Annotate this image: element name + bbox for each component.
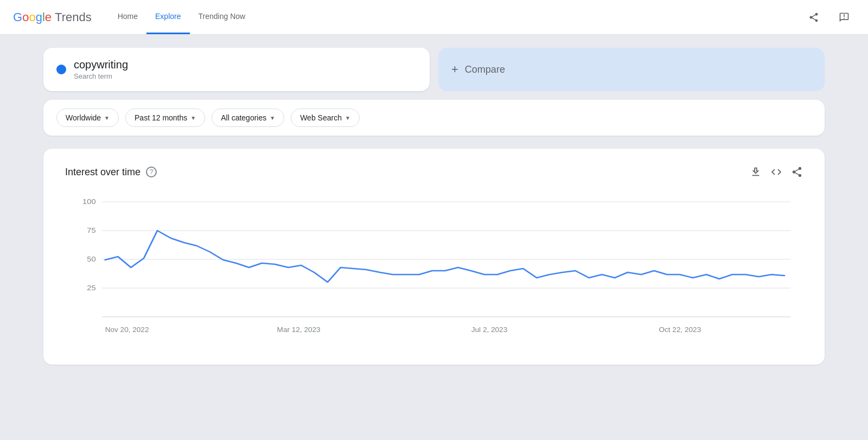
search-area: copywriting Search term + Compare xyxy=(43,48,825,91)
compare-plus-icon: + xyxy=(451,62,458,76)
svg-text:Oct 22, 2023: Oct 22, 2023 xyxy=(659,326,701,334)
search-term-label: Search term xyxy=(74,72,128,80)
region-chevron-icon: ▼ xyxy=(104,115,110,121)
compare-label: Compare xyxy=(465,64,505,75)
chart-card: Interest over time ? xyxy=(43,149,825,365)
search-term-text: copywriting xyxy=(74,59,128,71)
category-filter-label: All categories xyxy=(221,113,266,122)
time-filter-label: Past 12 months xyxy=(135,113,187,122)
embed-button[interactable] xyxy=(770,166,782,178)
google-trends-logo[interactable]: Google Trends xyxy=(13,10,92,24)
region-filter[interactable]: Worldwide ▼ xyxy=(56,109,119,127)
chart-container: 100 75 50 25 Nov 20, 2022 Mar 12, 2023 J… xyxy=(65,191,803,343)
search-term-info: copywriting Search term xyxy=(74,59,128,80)
svg-text:Jul 2, 2023: Jul 2, 2023 xyxy=(471,326,507,334)
chart-title: Interest over time xyxy=(65,167,141,178)
nav-home[interactable]: Home xyxy=(109,0,146,34)
help-icon-text: ? xyxy=(150,168,154,176)
search-dot-indicator xyxy=(56,65,66,74)
filter-bar: Worldwide ▼ Past 12 months ▼ All categor… xyxy=(43,100,825,136)
svg-text:50: 50 xyxy=(87,255,96,263)
nav-explore[interactable]: Explore xyxy=(146,0,189,34)
category-chevron-icon: ▼ xyxy=(270,115,275,121)
compare-box[interactable]: + Compare xyxy=(438,48,825,91)
feedback-button[interactable] xyxy=(833,7,855,28)
help-icon[interactable]: ? xyxy=(146,167,157,177)
region-filter-label: Worldwide xyxy=(66,113,101,122)
google-wordmark: Google xyxy=(13,10,52,24)
svg-text:Mar 12, 2023: Mar 12, 2023 xyxy=(277,326,321,334)
search-type-filter[interactable]: Web Search ▼ xyxy=(291,109,360,127)
interest-over-time-chart: 100 75 50 25 Nov 20, 2022 Mar 12, 2023 J… xyxy=(65,191,803,343)
time-chevron-icon: ▼ xyxy=(190,115,196,121)
chart-title-area: Interest over time ? xyxy=(65,167,157,178)
search-type-chevron-icon: ▼ xyxy=(345,115,350,121)
svg-text:25: 25 xyxy=(87,284,96,292)
download-button[interactable] xyxy=(750,166,762,178)
share-button[interactable] xyxy=(803,7,825,28)
main-content: copywriting Search term + Compare Worldw… xyxy=(0,35,868,378)
header-actions xyxy=(803,7,855,28)
svg-text:Nov 20, 2022: Nov 20, 2022 xyxy=(105,326,149,334)
svg-text:100: 100 xyxy=(82,197,96,206)
svg-text:75: 75 xyxy=(87,226,96,234)
trends-wordmark: Trends xyxy=(55,10,92,24)
chart-actions xyxy=(750,166,803,178)
chart-header: Interest over time ? xyxy=(65,166,803,178)
chart-share-button[interactable] xyxy=(791,166,803,178)
category-filter[interactable]: All categories ▼ xyxy=(212,109,284,127)
time-filter[interactable]: Past 12 months ▼ xyxy=(125,109,205,127)
main-nav: Home Explore Trending Now xyxy=(109,0,254,34)
nav-trending-now[interactable]: Trending Now xyxy=(190,0,254,34)
search-type-filter-label: Web Search xyxy=(300,113,342,122)
search-box[interactable]: copywriting Search term xyxy=(43,48,430,91)
header: Google Trends Home Explore Trending Now xyxy=(0,0,868,35)
